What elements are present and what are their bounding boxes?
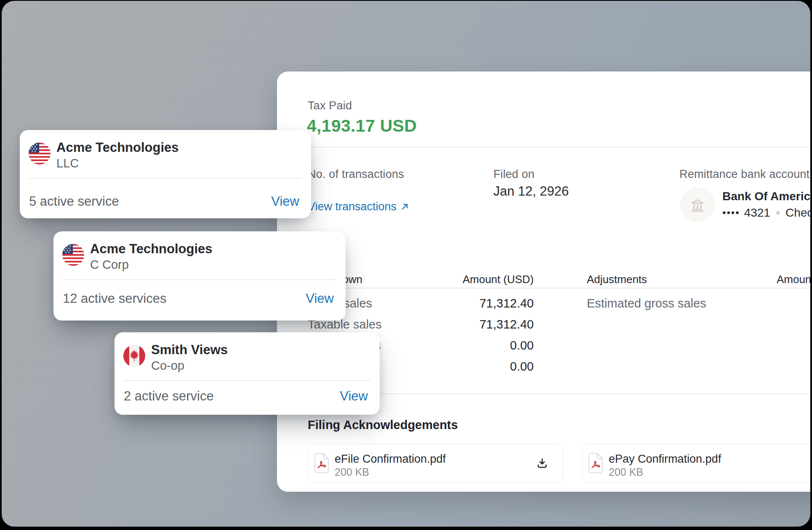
pdf-file-icon — [587, 452, 606, 474]
view-entity-link[interactable]: View — [271, 194, 299, 209]
breakdown-row-value: 71,312.40 — [424, 318, 534, 331]
entity-card-smith-views: Smith Views Co-op 2 active service View — [114, 332, 380, 415]
tax-filing-panel: Tax Paid 4,193.17 USD No. of transaction… — [277, 72, 810, 492]
download-icon — [536, 457, 548, 469]
pdf-file-icon — [313, 452, 332, 474]
file-card-epay[interactable]: ePay Confirmation.pdf 200 KB — [582, 444, 810, 482]
entity-type: C Corp — [90, 258, 129, 272]
adjustments-column-header: Adjustments — [587, 273, 647, 286]
external-link-icon — [400, 202, 409, 211]
account-mask: •••• — [722, 207, 740, 219]
file-name: ePay Confirmation.pdf — [609, 453, 721, 466]
filed-on-value: Jan 12, 2926 — [493, 184, 569, 199]
file-size: 200 KB — [335, 466, 369, 478]
view-entity-link[interactable]: View — [306, 291, 334, 306]
entity-name: Acme Technologies — [56, 140, 179, 155]
us-flag-icon — [29, 143, 51, 164]
entity-name: Smith Views — [151, 342, 228, 358]
breakdown-amount-header: Amount (USD) — [424, 273, 534, 286]
account-type: Checking — [785, 206, 810, 220]
card-divider — [124, 380, 370, 381]
breakdown-row-value: 71,312.40 — [424, 297, 534, 310]
view-transactions-text: View transactions — [308, 200, 397, 213]
view-transactions-link[interactable]: View transactions — [308, 200, 409, 213]
dot-separator — [776, 211, 780, 215]
us-flag-icon — [62, 244, 84, 266]
adjustments-row-label: Estimated gross sales — [587, 297, 706, 310]
file-card-efile[interactable]: eFile Confirmation.pdf 200 KB — [308, 444, 563, 482]
desktop-background: Tax Paid 4,193.17 USD No. of transaction… — [2, 1, 810, 527]
tax-paid-label: Tax Paid — [308, 99, 352, 112]
breakdown-row-value: 0.00 — [424, 360, 534, 374]
card-divider — [29, 178, 302, 179]
account-last4: 4321 — [744, 206, 770, 220]
canada-flag-icon — [123, 345, 145, 367]
tax-paid-amount: 4,193.17 USD — [307, 116, 417, 136]
entity-type: Co-op — [151, 359, 184, 373]
download-button[interactable] — [534, 455, 550, 471]
filed-on-label: Filed on — [493, 168, 535, 181]
divider — [308, 147, 810, 148]
entity-type: LLC — [56, 156, 79, 170]
breakdown-row-value: 0.00 — [424, 339, 534, 352]
file-name: eFile Confirmation.pdf — [335, 453, 446, 466]
table-header-underline — [308, 288, 810, 289]
active-services-count: 2 active service — [124, 389, 214, 404]
remittance-bank-label: Remittance bank account — [679, 168, 809, 181]
active-services-count: 5 active service — [29, 194, 119, 209]
bank-name: Bank Of America — [722, 190, 810, 203]
file-size: 200 KB — [609, 466, 643, 478]
view-entity-link[interactable]: View — [340, 389, 368, 404]
download-button[interactable] — [808, 455, 810, 471]
bank-avatar — [681, 188, 714, 222]
divider — [308, 393, 810, 394]
entity-card-acme-llc: Acme Technologies LLC 5 active service V… — [20, 130, 311, 218]
entity-name: Acme Technologies — [90, 241, 213, 257]
entity-card-acme-ccorp: Acme Technologies C Corp 12 active servi… — [53, 231, 346, 321]
adjustments-amount-header: Amount (USD) — [755, 273, 810, 286]
card-divider — [63, 279, 336, 280]
acknowledgements-title: Filing Acknowledgements — [308, 418, 458, 432]
bank-account-summary: •••• 4321 Checking — [722, 206, 810, 220]
active-services-count: 12 active services — [63, 291, 166, 306]
transactions-label: No. of transactions — [308, 168, 404, 181]
bank-icon — [689, 196, 706, 213]
